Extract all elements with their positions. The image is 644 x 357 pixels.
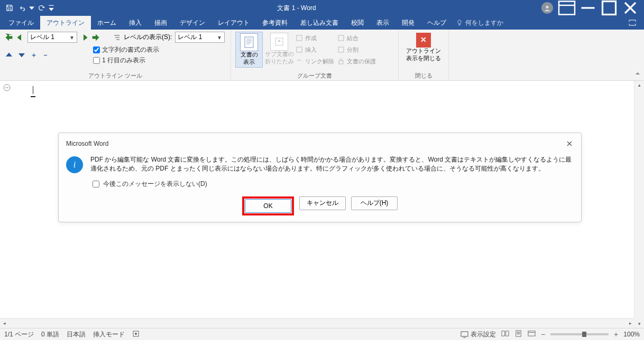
dropdown-icon: ▾ xyxy=(216,34,223,41)
save-icon[interactable] xyxy=(3,2,16,14)
svg-rect-8 xyxy=(338,47,344,52)
show-formatting-checkbox[interactable]: 文字列の書式の表示 xyxy=(93,45,159,54)
close-outline-button[interactable]: ✕ アウトライン 表示を閉じる xyxy=(410,32,437,63)
outline-level-value: レベル 1 xyxy=(30,33,68,42)
share-button[interactable] xyxy=(623,16,642,30)
zoom-in-icon[interactable]: + xyxy=(614,330,618,339)
show-level-label: レベルの表示(S): xyxy=(124,33,172,42)
tab-layout[interactable]: レイアウト xyxy=(211,16,256,30)
status-page[interactable]: 1/1 ページ xyxy=(4,330,34,339)
outline-level-select[interactable]: レベル 1 ▾ xyxy=(27,32,77,43)
document-area[interactable]: Microsoft Word i PDF から編集可能な Word 文書に変換を… xyxy=(0,81,644,328)
tab-design[interactable]: デザイン xyxy=(173,16,211,30)
merge-button: 結合 xyxy=(337,33,376,43)
ok-button[interactable]: OK xyxy=(245,199,291,213)
scroll-left-icon[interactable]: ◂ xyxy=(0,319,8,327)
svg-point-0 xyxy=(546,6,548,8)
show-level-select[interactable]: レベル 1 ▾ xyxy=(175,32,225,43)
tell-me[interactable]: 何をしますか xyxy=(456,16,503,30)
collapse-subdocs-button: サブ文書の 折りたたみ xyxy=(266,32,292,67)
zoom-value[interactable]: 100% xyxy=(623,331,640,338)
zoom-out-icon[interactable]: − xyxy=(541,330,545,339)
dropdown-icon: ▾ xyxy=(68,34,76,41)
collapse-subdocs-label: サブ文書の 折りたたみ xyxy=(265,51,294,65)
dialog-title: Microsoft Word xyxy=(66,140,108,147)
create-button: 作成 xyxy=(296,33,334,43)
minimize-icon[interactable] xyxy=(577,1,599,15)
close-outline-label: アウトライン 表示を閉じる xyxy=(406,48,441,62)
status-bar: 1/1 ページ 0 単語 日本語 挿入モード 表示設定 − + 100% xyxy=(0,328,644,340)
insert-button: 挿入 xyxy=(296,44,334,55)
tab-draw[interactable]: 描画 xyxy=(148,16,173,30)
horizontal-scrollbar[interactable]: ◂ ▸ xyxy=(0,318,634,328)
tab-file[interactable]: ファイル xyxy=(2,16,40,30)
dialog-message: PDF から編集可能な Word 文書に変換をします。この処理には、しばらく時間… xyxy=(90,155,573,174)
show-document-label: 文書の 表示 xyxy=(241,51,258,66)
titlebar: 文書 1 - Word xyxy=(0,0,644,16)
zoom-thumb[interactable] xyxy=(582,332,586,337)
repeat-icon[interactable] xyxy=(35,2,48,14)
svg-rect-15 xyxy=(528,331,535,336)
print-layout-icon[interactable] xyxy=(514,330,522,339)
maximize-icon[interactable] xyxy=(599,1,620,15)
scroll-right-icon[interactable]: ▸ xyxy=(626,319,634,327)
outline-bullet-icon xyxy=(2,83,12,92)
scroll-down-icon[interactable]: ▾ xyxy=(635,320,643,328)
collapse-ribbon-icon[interactable] xyxy=(634,70,641,78)
scroll-up-icon[interactable]: ▴ xyxy=(635,81,643,89)
demote-icon[interactable] xyxy=(80,33,90,42)
qat-customize-icon[interactable] xyxy=(48,2,55,14)
read-mode-icon[interactable] xyxy=(501,330,509,339)
group-outline-tools-label: アウトライン ツール xyxy=(4,71,226,80)
tab-insert[interactable]: 挿入 xyxy=(123,16,148,30)
group-master-label: グループ文書 xyxy=(235,71,394,80)
help-button[interactable]: ヘルプ(H) xyxy=(351,196,398,210)
info-icon: i xyxy=(66,156,83,173)
tell-me-label: 何をしますか xyxy=(465,18,503,27)
split-button: 分割 xyxy=(337,44,376,55)
tab-developer[interactable]: 開発 xyxy=(395,16,421,30)
svg-rect-2 xyxy=(603,2,616,15)
svg-rect-5 xyxy=(297,35,302,41)
first-line-only-checkbox[interactable]: 1 行目のみ表示 xyxy=(93,55,159,65)
collapse-subdocs-icon xyxy=(270,33,288,51)
macro-icon[interactable] xyxy=(132,330,140,339)
collapse-icon[interactable]: － xyxy=(41,50,50,60)
tab-review[interactable]: 校閲 xyxy=(345,16,370,30)
svg-rect-1 xyxy=(559,2,575,15)
dialog-close-icon[interactable] xyxy=(564,138,575,149)
web-layout-icon[interactable] xyxy=(528,330,536,339)
svg-point-12 xyxy=(135,333,137,335)
move-up-icon[interactable] xyxy=(4,50,14,60)
show-level-value: レベル 1 xyxy=(178,33,216,42)
move-down-icon[interactable] xyxy=(17,50,26,60)
status-language[interactable]: 日本語 xyxy=(67,330,86,339)
close-icon[interactable] xyxy=(620,1,641,15)
cancel-button[interactable]: キャンセル xyxy=(299,196,346,210)
status-words[interactable]: 0 単語 xyxy=(41,330,59,339)
show-document-button[interactable]: 文書の 表示 xyxy=(235,32,263,68)
tab-outline[interactable]: アウトライン xyxy=(40,16,91,30)
account-avatar[interactable] xyxy=(541,2,553,14)
undo-dropdown-icon[interactable] xyxy=(29,2,35,14)
vertical-scrollbar[interactable]: ▴ ▾ xyxy=(634,81,644,328)
show-level-icon xyxy=(113,34,121,41)
demote-to-body-icon[interactable] xyxy=(91,33,100,42)
zoom-slider[interactable] xyxy=(550,333,609,335)
promote-to-heading1-icon[interactable] xyxy=(4,33,14,42)
tab-home[interactable]: ホーム xyxy=(91,16,123,30)
ok-button-highlight: OK xyxy=(242,196,294,215)
promote-icon[interactable] xyxy=(15,33,24,42)
display-settings-button[interactable]: 表示設定 xyxy=(461,330,496,339)
status-insert-mode[interactable]: 挿入モード xyxy=(93,330,125,339)
dont-show-again-checkbox[interactable]: 今後このメッセージを表示しない(D) xyxy=(59,177,581,189)
tab-mailings[interactable]: 差し込み文書 xyxy=(294,16,345,30)
tab-references[interactable]: 参考資料 xyxy=(256,16,294,30)
undo-icon[interactable] xyxy=(16,2,29,14)
ribbon-options-icon[interactable] xyxy=(556,1,577,15)
tab-view[interactable]: 表示 xyxy=(370,16,395,30)
tab-help[interactable]: ヘルプ xyxy=(421,16,453,30)
svg-rect-7 xyxy=(338,35,344,41)
expand-icon[interactable]: ＋ xyxy=(30,50,38,60)
bulb-icon xyxy=(456,19,463,26)
